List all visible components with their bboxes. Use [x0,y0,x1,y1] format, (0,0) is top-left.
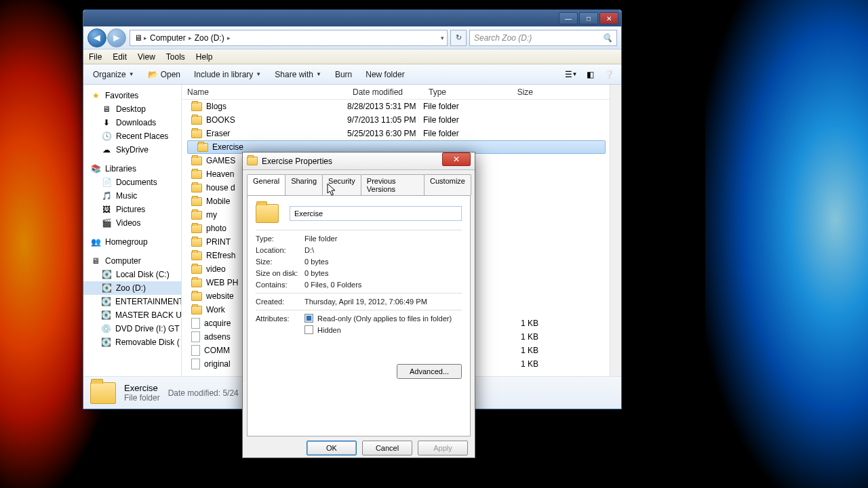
open-icon: 📂 [148,70,158,79]
navbar: ◄ ► 🖥 ▸ Computer ▸ Zoo (D:) ▸ ▾ ↻ Search… [83,26,621,49]
help-button[interactable]: ❔ [601,67,617,82]
sidebar-item-music[interactable]: 🎵Music [83,189,181,203]
file-type: File folder [423,102,498,111]
file-name: website [206,291,234,301]
menu-help[interactable]: Help [191,52,218,62]
sidebar-item-desktop[interactable]: 🖥Desktop [83,102,181,116]
menu-view[interactable]: View [132,52,161,62]
hidden-checkbox[interactable] [304,325,313,334]
new-folder-button[interactable]: New folder [360,68,410,81]
maximize-button[interactable]: □ [579,12,598,24]
dialog-close-button[interactable]: ✕ [442,152,471,166]
burn-button[interactable]: Burn [330,68,357,81]
recent-icon: 🕓 [101,131,112,142]
libraries-icon: 📚 [90,163,101,174]
file-name: my [206,210,217,220]
dvd-icon: 💿 [101,323,111,334]
folder-icon [191,197,202,206]
sidebar-item-entertainment[interactable]: 💽ENTERTAINMENT [83,295,181,308]
menu-tools[interactable]: Tools [161,52,191,62]
file-date: 5/25/2013 6:30 PM [347,129,423,138]
file-row[interactable]: BOOKS9/7/2013 11:05 PMFile folder [182,113,610,127]
folder-name-input[interactable] [290,206,462,221]
sidebar-item-masterback[interactable]: 💽MASTER BACK U [83,308,181,322]
search-icon: 🔍 [602,33,612,43]
back-button[interactable]: ◄ [87,28,106,47]
col-name[interactable]: Name [182,87,347,97]
details-date-label: Date modified: [168,388,220,398]
tab-security[interactable]: Security [322,174,361,195]
folder-icon [191,279,202,287]
tab-previous-versions[interactable]: Previous Versions [361,174,425,195]
computer-icon: 🖥 [90,256,101,266]
downloads-icon: ⬇ [101,117,112,128]
ok-button[interactable]: OK [307,441,357,455]
file-name: Heaven [206,169,234,179]
address-bar[interactable]: 🖥 ▸ Computer ▸ Zoo (D:) ▸ ▾ [130,30,448,46]
apply-button[interactable]: Apply [418,441,468,455]
close-button[interactable]: ✕ [599,12,618,24]
col-size[interactable]: Size [498,87,538,97]
advanced-button[interactable]: Advanced... [397,364,462,379]
sidebar-favorites[interactable]: ★Favorites [83,89,181,102]
star-icon: ★ [90,90,101,101]
view-options-button[interactable]: ☰ ▼ [563,67,579,82]
search-input[interactable]: Search Zoo (D:) 🔍 [469,30,617,46]
sidebar-item-videos[interactable]: 🎬Videos [83,216,181,230]
tab-customize[interactable]: Customize [424,174,471,195]
col-date[interactable]: Date modified [347,87,423,97]
menu-edit[interactable]: Edit [107,52,132,62]
sidebar-item-zoo-d[interactable]: 💽Zoo (D:) [83,281,181,295]
include-library-button[interactable]: Include in library▼ [189,68,267,81]
dialog-titlebar[interactable]: Exercise Properties ✕ [243,152,475,170]
refresh-button[interactable]: ↻ [450,30,467,46]
tab-sharing[interactable]: Sharing [285,174,323,195]
sidebar-item-downloads[interactable]: ⬇Downloads [83,116,181,129]
cancel-button[interactable]: Cancel [362,441,412,455]
file-name: original [204,359,231,369]
file-icon [191,345,200,356]
file-row[interactable]: Eraser5/25/2013 6:30 PMFile folder [182,127,610,140]
file-row[interactable]: Blogs8/28/2013 5:31 PMFile folder [182,100,610,113]
value-created: Thursday, April 19, 2012, 7:06:49 PM [304,298,427,306]
sidebar-item-recent[interactable]: 🕓Recent Places [83,129,181,143]
minimize-button[interactable]: — [559,12,578,24]
sidebar-item-localdisk-c[interactable]: 💽Local Disk (C:) [83,268,181,281]
value-size: 0 bytes [304,258,328,266]
computer-icon: 🖥 [133,33,144,43]
folder-icon [191,170,202,179]
menu-file[interactable]: File [83,52,107,62]
sidebar-item-pictures[interactable]: 🖼Pictures [83,203,181,216]
file-name: photo [206,224,226,233]
col-type[interactable]: Type [423,87,498,97]
open-button[interactable]: 📂Open [142,68,186,81]
breadcrumb-computer[interactable]: Computer [147,33,189,43]
file-name: PRINT [206,237,231,247]
sidebar-libraries[interactable]: 📚Libraries [83,162,181,176]
preview-pane-button[interactable]: ◧ [582,67,598,82]
organize-button[interactable]: Organize▼ [87,68,140,81]
forward-button[interactable]: ► [107,28,126,47]
sidebar-item-dvd[interactable]: 💿DVD Drive (I:) GT [83,322,181,336]
folder-icon [191,238,202,247]
tab-general[interactable]: General [247,174,285,195]
value-type: File folder [304,235,337,243]
file-name: COMM [204,346,230,355]
column-headers[interactable]: Name Date modified Type Size [182,85,610,100]
sidebar-computer[interactable]: 🖥Computer [83,254,181,268]
sidebar-item-removable[interactable]: 💽Removable Disk ( [83,336,181,349]
sidebar-item-skydrive[interactable]: ☁SkyDrive [83,143,181,157]
sidebar-homegroup[interactable]: 👥Homegroup [83,235,181,249]
readonly-checkbox[interactable] [304,314,313,323]
scrollbar[interactable] [610,85,621,376]
breadcrumb-drive[interactable]: Zoo (D:) [192,33,227,43]
file-size: 1 KB [498,359,538,369]
sidebar: ★Favorites 🖥Desktop ⬇Downloads 🕓Recent P… [83,85,182,376]
cloud-icon: ☁ [101,144,112,155]
share-with-button[interactable]: Share with▼ [269,68,327,81]
file-name: WEB PH [206,278,238,287]
address-dropdown-icon[interactable]: ▾ [441,35,444,41]
titlebar[interactable]: — □ ✕ [83,10,621,26]
sidebar-item-documents[interactable]: 📄Documents [83,176,181,189]
file-icon [191,359,200,369]
